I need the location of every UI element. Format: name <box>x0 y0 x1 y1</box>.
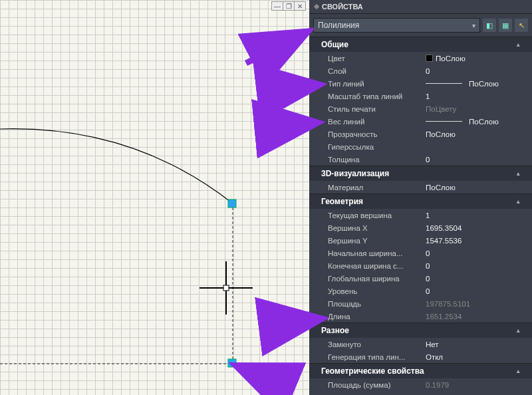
annotation-arrows <box>0 0 532 395</box>
svg-line-6 <box>276 85 316 90</box>
svg-line-7 <box>266 123 314 128</box>
svg-line-5 <box>246 33 305 63</box>
svg-line-9 <box>239 367 276 382</box>
svg-line-8 <box>276 319 318 325</box>
